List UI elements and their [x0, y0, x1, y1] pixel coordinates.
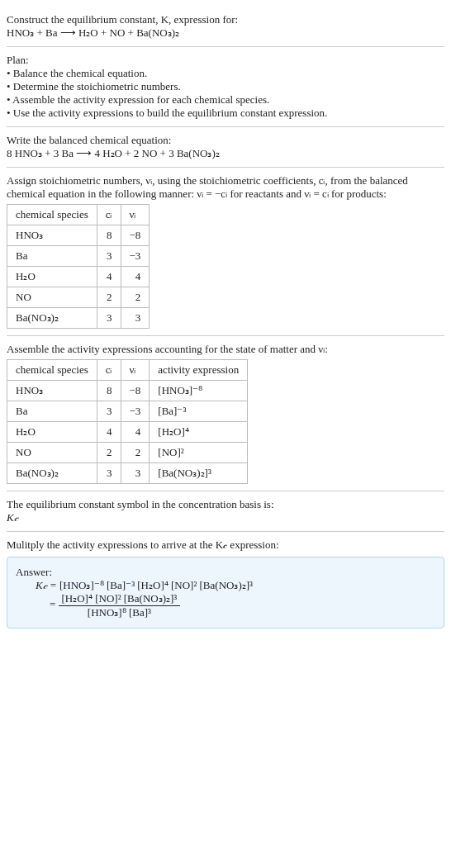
- cell: [Ba(NO₃)₂]³: [150, 463, 248, 484]
- plan-item: • Balance the chemical equation.: [7, 67, 444, 80]
- cell: 2: [97, 443, 121, 463]
- plan-item: • Assemble the activity expression for e…: [7, 93, 444, 107]
- stoich-table: chemical species cᵢ νᵢ HNO₃ 8 −8 Ba 3 −3…: [7, 204, 150, 329]
- balanced-heading: Write the balanced chemical equation:: [7, 134, 444, 147]
- activity-table: chemical species cᵢ νᵢ activity expressi…: [7, 359, 248, 484]
- activity-text: Assemble the activity expressions accoun…: [7, 343, 444, 356]
- cell: [H₂O]⁴: [150, 422, 248, 443]
- table-row: NO 2 2: [7, 287, 150, 308]
- cell: 3: [97, 401, 121, 422]
- answer-product: [HNO₃]⁻⁸ [Ba]⁻³ [H₂O]⁴ [NO]² [Ba(NO₃)₂]³: [59, 579, 253, 591]
- col-header: cᵢ: [97, 205, 121, 225]
- cell: −3: [121, 246, 150, 267]
- cell: [NO]²: [150, 443, 248, 463]
- cell: [HNO₃]⁻⁸: [150, 381, 248, 401]
- answer-fraction-line: K𝒸 = [H₂O]⁴ [NO]² [Ba(NO₃)₂]³ [HNO₃]⁸ [B…: [36, 592, 435, 619]
- intro-line1: Construct the equilibrium constant, K, e…: [7, 13, 444, 26]
- table-row: HNO₃ 8 −8: [7, 225, 150, 246]
- stoich-text: Assign stoichiometric numbers, νᵢ, using…: [7, 174, 444, 201]
- intro-text: Construct the equilibrium constant, K, e…: [7, 13, 238, 26]
- balanced-section: Write the balanced chemical equation: 8 …: [7, 127, 444, 168]
- answer-box: Answer: K𝒸 = [HNO₃]⁻⁸ [Ba]⁻³ [H₂O]⁴ [NO]…: [7, 557, 444, 628]
- cell: H₂O: [7, 422, 97, 443]
- intro-section: Construct the equilibrium constant, K, e…: [7, 7, 444, 47]
- cell: HNO₃: [7, 225, 97, 246]
- activity-section: Assemble the activity expressions accoun…: [7, 336, 444, 491]
- answer-heading: Answer:: [16, 566, 435, 579]
- cell: NO: [7, 443, 97, 463]
- cell: 3: [121, 308, 150, 329]
- cell: 2: [121, 443, 150, 463]
- cell: 3: [97, 463, 121, 484]
- cell: [Ba]⁻³: [150, 401, 248, 422]
- cell: HNO₃: [7, 381, 97, 401]
- multiply-text: Mulitply the activity expressions to arr…: [7, 538, 444, 552]
- cell: −8: [121, 381, 150, 401]
- table-row: NO 2 2 [NO]²: [7, 443, 248, 463]
- balanced-equation: 8 HNO₃ + 3 Ba ⟶ 4 H₂O + 2 NO + 3 Ba(NO₃)…: [7, 147, 444, 160]
- table-row: chemical species cᵢ νᵢ activity expressi…: [7, 360, 248, 381]
- table-row: Ba(NO₃)₂ 3 3: [7, 308, 150, 329]
- cell: 2: [121, 287, 150, 308]
- cell: Ba: [7, 246, 97, 267]
- fraction-denominator: [HNO₃]⁸ [Ba]³: [59, 606, 181, 619]
- cell: 3: [97, 308, 121, 329]
- table-row: chemical species cᵢ νᵢ: [7, 205, 150, 225]
- cell: NO: [7, 287, 97, 308]
- cell: 3: [121, 463, 150, 484]
- answer-fraction: [H₂O]⁴ [NO]² [Ba(NO₃)₂]³ [HNO₃]⁸ [Ba]³: [59, 592, 181, 619]
- intro-equation: HNO₃ + Ba ⟶ H₂O + NO + Ba(NO₃)₂: [7, 26, 444, 40]
- plan-item: • Determine the stoichiometric numbers.: [7, 80, 444, 93]
- table-row: H₂O 4 4: [7, 267, 150, 287]
- cell: 2: [97, 287, 121, 308]
- table-row: H₂O 4 4 [H₂O]⁴: [7, 422, 248, 443]
- cell: −8: [121, 225, 150, 246]
- table-row: HNO₃ 8 −8 [HNO₃]⁻⁸: [7, 381, 248, 401]
- cell: 4: [97, 267, 121, 287]
- col-header: νᵢ: [121, 205, 150, 225]
- cell: 4: [97, 422, 121, 443]
- symbol-value: K𝒸: [7, 511, 444, 524]
- plan-section: Plan: • Balance the chemical equation. •…: [7, 47, 444, 127]
- col-header: chemical species: [7, 360, 97, 381]
- cell: 8: [97, 225, 121, 246]
- cell: 4: [121, 267, 150, 287]
- cell: −3: [121, 401, 150, 422]
- symbol-section: The equilibrium constant symbol in the c…: [7, 491, 444, 532]
- cell: 4: [121, 422, 150, 443]
- answer-equals: =: [50, 598, 59, 610]
- symbol-text: The equilibrium constant symbol in the c…: [7, 498, 444, 511]
- table-row: Ba 3 −3 [Ba]⁻³: [7, 401, 248, 422]
- cell: 8: [97, 381, 121, 401]
- table-row: Ba(NO₃)₂ 3 3 [Ba(NO₃)₂]³: [7, 463, 248, 484]
- plan-item: • Use the activity expressions to build …: [7, 107, 444, 120]
- stoich-section: Assign stoichiometric numbers, νᵢ, using…: [7, 168, 444, 336]
- cell: H₂O: [7, 267, 97, 287]
- col-header: cᵢ: [97, 360, 121, 381]
- col-header: νᵢ: [121, 360, 150, 381]
- cell: Ba(NO₃)₂: [7, 463, 97, 484]
- plan-heading: Plan:: [7, 54, 444, 67]
- answer-expression: K𝒸 = [HNO₃]⁻⁸ [Ba]⁻³ [H₂O]⁴ [NO]² [Ba(NO…: [36, 579, 435, 592]
- cell: Ba(NO₃)₂: [7, 308, 97, 329]
- table-row: Ba 3 −3: [7, 246, 150, 267]
- cell: 3: [97, 246, 121, 267]
- col-header: activity expression: [150, 360, 248, 381]
- cell: Ba: [7, 401, 97, 422]
- fraction-numerator: [H₂O]⁴ [NO]² [Ba(NO₃)₂]³: [59, 592, 181, 606]
- col-header: chemical species: [7, 205, 97, 225]
- answer-kc: K𝒸 =: [36, 579, 59, 591]
- multiply-section: Mulitply the activity expressions to arr…: [7, 532, 444, 635]
